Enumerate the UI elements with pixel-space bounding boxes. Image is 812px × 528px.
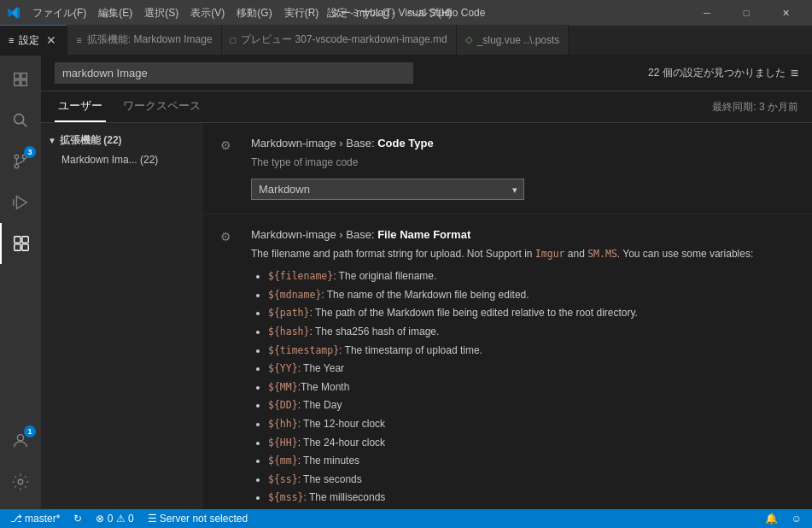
activity-search[interactable]: [0, 100, 41, 141]
bullet-timestamp: ${timestamp}: The timestamp of upload ti…: [268, 342, 795, 361]
menu-select[interactable]: 選択(S): [139, 4, 184, 22]
status-bar: ⎇ master* ↻ ⊗ 0 ⚠ 0 ☰ Server not selecte…: [0, 509, 812, 528]
bullet-dd: ${DD}: The Day: [268, 396, 795, 415]
menu-go[interactable]: 移動(G): [231, 4, 277, 22]
settings-main-panel: ⚙ Markdown-image › Base: Code Type The t…: [203, 123, 812, 509]
bell-icon: 🔔: [765, 513, 778, 525]
file-name-format-description: The filename and path format string for …: [251, 246, 795, 262]
settings-search-input[interactable]: [55, 62, 413, 84]
settings-tab-close[interactable]: ✕: [44, 33, 58, 47]
code-type-dropdown[interactable]: Markdown HTML BBCode: [251, 179, 524, 200]
account-badge: 1: [24, 425, 36, 437]
preview-tab-label: プレビュー 307-vscode-markdown-image.md: [241, 32, 447, 47]
setting-code-type: ⚙ Markdown-image › Base: Code Type The t…: [203, 123, 812, 214]
file-name-format-bullets: ${filename}: The original filename. ${md…: [251, 267, 795, 509]
titlebar: ファイル(F) 編集(E) 選択(S) 表示(V) 移動(G) 実行(R) ター…: [0, 0, 812, 26]
bullet-mm-month: ${MM}:The Month: [268, 378, 795, 397]
code-type-description: The type of image code: [251, 155, 795, 170]
git-branch-icon: ⎇: [10, 513, 22, 525]
bullet-path: ${path}: The path of the Markdown file b…: [268, 304, 795, 323]
feedback-icon: ☺: [792, 513, 802, 525]
settings-tab-workspace[interactable]: ワークスペース: [120, 91, 204, 122]
settings-tab-user[interactable]: ユーザー: [55, 91, 106, 122]
tab-preview[interactable]: □ プレビュー 307-vscode-markdown-image.md: [222, 25, 457, 55]
svg-rect-13: [15, 244, 20, 250]
tab-slug[interactable]: ◇ _slug.vue ..\.posts: [457, 25, 570, 55]
branch-label: master*: [25, 513, 60, 525]
svg-point-4: [15, 114, 24, 124]
notifications-bell[interactable]: 🔔: [762, 509, 781, 528]
sidebar-item-markdown[interactable]: Markdown Ima... (22): [41, 151, 203, 168]
bullet-hh-24: ${HH}: The 24-hour clock: [268, 434, 795, 453]
main-area: 3 1: [0, 56, 812, 509]
settings-tab-icon: ≡: [9, 35, 14, 45]
svg-rect-0: [15, 73, 20, 79]
close-button[interactable]: ✕: [766, 0, 805, 26]
tab-bar: ≡ 設定 ✕ ≡ 拡張機能: Markdown Image □ プレビュー 30…: [0, 26, 812, 56]
settings-tabs-bar: ユーザー ワークスペース 最終同期: 3 か月前: [41, 91, 812, 123]
activity-gear[interactable]: [0, 461, 41, 502]
maximize-button[interactable]: □: [727, 0, 766, 26]
bullet-hh: ${hh}: The 12-hour clock: [268, 415, 795, 434]
activity-source-control[interactable]: 3: [0, 141, 41, 182]
vscode-logo-icon: [7, 6, 20, 20]
tab-settings[interactable]: ≡ 設定 ✕: [0, 25, 67, 55]
sync-status[interactable]: ↻: [70, 509, 85, 528]
activity-bar: 3 1: [0, 56, 41, 509]
file-name-gear-icon[interactable]: ⚙: [220, 230, 231, 243]
sidebar-extensions-header[interactable]: ▼ 拡張機能 (22): [41, 130, 203, 151]
minimize-button[interactable]: ─: [687, 0, 727, 26]
slug-tab-label: _slug.vue ..\.posts: [477, 34, 560, 46]
svg-line-5: [22, 122, 26, 126]
extension-tab-icon: ≡: [76, 35, 81, 45]
tab-extension-markdown[interactable]: ≡ 拡張機能: Markdown Image: [67, 25, 221, 55]
bullet-mss: ${mss}: The milliseconds: [268, 489, 795, 507]
branch-status[interactable]: ⎇ master*: [7, 509, 63, 528]
menu-file[interactable]: ファイル(F): [27, 4, 91, 22]
extensions-section-label: 拡張機能 (22): [60, 133, 122, 148]
settings-body: ▼ 拡張機能 (22) Markdown Ima... (22) ⚙ Markd…: [41, 123, 812, 509]
slug-tab-icon: ◇: [465, 34, 472, 45]
settings-search-bar: 22 個の設定が見つかりました ≡: [41, 56, 812, 91]
server-label: Server not selected: [160, 513, 248, 525]
server-not-selected[interactable]: ☰ Server not selected: [144, 509, 251, 528]
settings-tree-panel: ▼ 拡張機能 (22) Markdown Ima... (22): [41, 123, 203, 509]
file-name-format-title: Markdown-image › Base: File Name Format: [251, 228, 795, 241]
list-view-icon[interactable]: ≡: [791, 66, 798, 81]
svg-rect-12: [22, 237, 28, 243]
search-result-count: 22 個の設定が見つかりました ≡: [648, 66, 798, 81]
svg-point-6: [15, 155, 19, 159]
feedback-button[interactable]: ☺: [788, 509, 805, 528]
window-controls: ─ □ ✕: [687, 0, 805, 26]
window-title: 設定 - myblog - Visual Studio Code: [327, 6, 486, 21]
errors-label: ⊗ 0 ⚠ 0: [96, 513, 133, 525]
svg-point-8: [15, 164, 19, 168]
svg-rect-11: [15, 237, 20, 243]
activity-explorer[interactable]: [0, 59, 41, 100]
svg-point-15: [17, 435, 23, 441]
setting-file-name-format: ⚙ Markdown-image › Base: File Name Forma…: [203, 214, 812, 509]
svg-rect-14: [22, 244, 28, 250]
svg-rect-2: [15, 80, 20, 85]
sidebar-extensions-section: ▼ 拡張機能 (22) Markdown Ima... (22): [41, 126, 203, 172]
svg-rect-1: [21, 73, 26, 79]
menu-edit[interactable]: 編集(E): [93, 4, 137, 22]
activity-extensions[interactable]: [0, 223, 41, 264]
code-type-dropdown-wrapper: Markdown HTML BBCode ▾: [251, 179, 524, 200]
bullet-mdname: ${mdname}: The name of the Markdown file…: [268, 286, 795, 305]
chevron-down-icon: ▼: [48, 136, 56, 145]
activity-account[interactable]: 1: [0, 420, 41, 461]
svg-marker-9: [16, 197, 26, 209]
activity-run[interactable]: [0, 182, 41, 223]
bullet-mm-min: ${mm}: The minutes: [268, 452, 795, 471]
statusbar-right: 🔔 ☺: [762, 509, 805, 528]
code-type-gear-icon[interactable]: ⚙: [220, 138, 231, 152]
svg-point-16: [18, 479, 23, 484]
menu-run[interactable]: 実行(R): [279, 4, 324, 22]
settings-tab-label: 設定: [19, 33, 39, 48]
svg-rect-3: [21, 80, 26, 85]
bullet-hash: ${hash}: The sha256 hash of image.: [268, 323, 795, 342]
errors-warnings[interactable]: ⊗ 0 ⚠ 0: [92, 509, 137, 528]
source-control-badge: 3: [24, 146, 36, 158]
menu-view[interactable]: 表示(V): [185, 4, 230, 22]
